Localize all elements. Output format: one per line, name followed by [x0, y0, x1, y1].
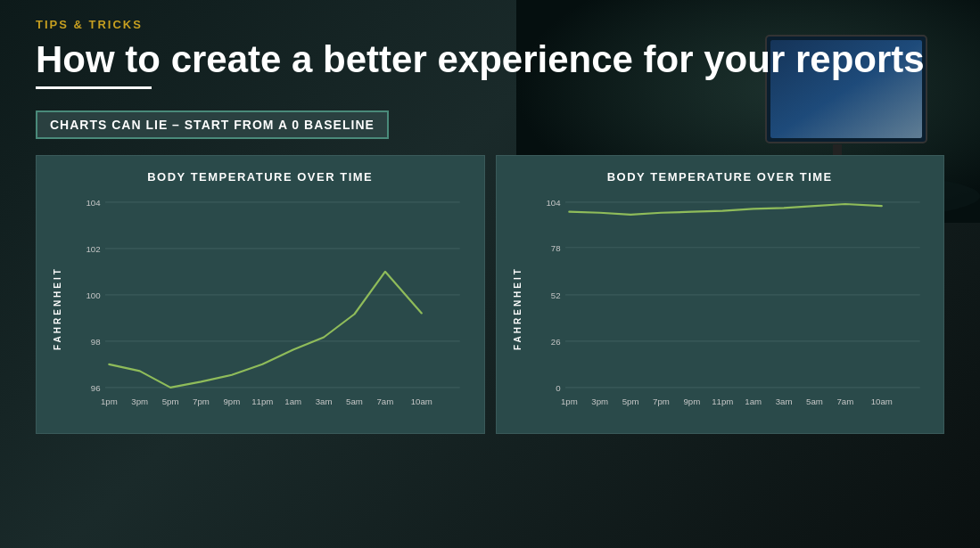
page-title: How to create a better experience for yo…: [36, 38, 944, 81]
svg-text:10am: 10am: [411, 397, 432, 407]
svg-text:9pm: 9pm: [223, 397, 240, 407]
chart-left: BODY TEMPERATURE OVER TIME FAHRENHEIT 10…: [36, 155, 485, 434]
svg-text:26: 26: [550, 337, 560, 347]
chart-left-inner: FAHRENHEIT 104 102 100 98 96: [51, 192, 470, 424]
svg-text:1am: 1am: [284, 397, 301, 407]
chart-left-y-label: FAHRENHEIT: [51, 192, 63, 424]
section-label: CHARTS CAN LIE – START FROM A 0 BASELINE: [36, 110, 389, 139]
svg-text:100: 100: [86, 290, 101, 300]
chart-right-y-label: FAHRENHEIT: [511, 192, 523, 424]
category-label: TIPS & TRICKS: [36, 18, 944, 31]
title-underline: [36, 86, 152, 89]
chart-left-area: 104 102 100 98 96 1pm 3pm 5pm 7pm 9pm 11…: [67, 192, 470, 424]
svg-text:3am: 3am: [775, 397, 792, 407]
svg-text:102: 102: [86, 244, 100, 254]
chart-right-area: 104 78 52 26 0 1pm 3pm 5pm 7pm 9pm 11pm …: [527, 192, 930, 424]
svg-text:10am: 10am: [870, 397, 892, 407]
svg-text:5pm: 5pm: [622, 397, 638, 407]
chart-right: BODY TEMPERATURE OVER TIME FAHRENHEIT: [496, 155, 945, 434]
svg-text:98: 98: [91, 337, 101, 347]
svg-text:7am: 7am: [836, 397, 853, 407]
svg-text:11pm: 11pm: [712, 397, 733, 407]
svg-text:3pm: 3pm: [591, 397, 608, 407]
svg-text:1pm: 1pm: [560, 397, 577, 407]
chart-left-title: BODY TEMPERATURE OVER TIME: [51, 170, 470, 184]
svg-text:104: 104: [546, 198, 561, 208]
svg-text:7pm: 7pm: [653, 397, 670, 407]
svg-text:3pm: 3pm: [131, 397, 148, 407]
svg-text:11pm: 11pm: [251, 397, 273, 407]
svg-text:5am: 5am: [346, 397, 363, 407]
svg-text:1am: 1am: [745, 397, 762, 407]
charts-row: BODY TEMPERATURE OVER TIME FAHRENHEIT 10…: [36, 155, 944, 434]
chart-left-svg: 104 102 100 98 96 1pm 3pm 5pm 7pm 9pm 11…: [67, 192, 470, 424]
svg-text:52: 52: [550, 290, 560, 300]
svg-text:1pm: 1pm: [101, 397, 118, 407]
svg-text:5am: 5am: [806, 397, 823, 407]
svg-text:3am: 3am: [316, 397, 333, 407]
svg-text:78: 78: [550, 243, 560, 253]
svg-text:9pm: 9pm: [683, 397, 700, 407]
svg-text:0: 0: [556, 383, 561, 393]
chart-right-svg: 104 78 52 26 0 1pm 3pm 5pm 7pm 9pm 11pm …: [527, 192, 930, 424]
chart-right-inner: FAHRENHEIT 104: [511, 192, 930, 424]
svg-text:5pm: 5pm: [162, 397, 179, 407]
page-content: TIPS & TRICKS How to create a better exp…: [0, 0, 980, 452]
svg-text:104: 104: [86, 198, 101, 208]
svg-text:96: 96: [91, 383, 101, 393]
svg-text:7am: 7am: [376, 397, 393, 407]
svg-text:7pm: 7pm: [193, 397, 210, 407]
chart-right-title: BODY TEMPERATURE OVER TIME: [511, 170, 930, 184]
